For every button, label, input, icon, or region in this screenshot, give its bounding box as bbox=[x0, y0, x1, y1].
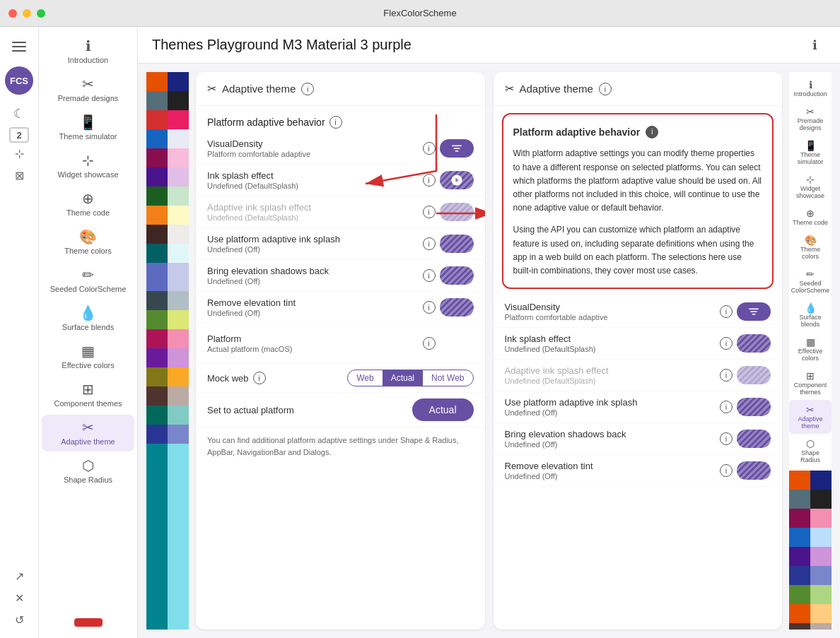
pin-button[interactable]: ✕ bbox=[11, 587, 28, 609]
apple-platform-icon bbox=[440, 329, 474, 358]
r-upai-toggle[interactable] bbox=[737, 398, 771, 416]
r-esb-info-button[interactable]: i bbox=[720, 432, 733, 445]
not-web-option[interactable]: Not Web bbox=[423, 370, 472, 386]
plat-sublabel: Actual platform (macOS) bbox=[207, 345, 292, 353]
mw-label: Mock web bbox=[207, 373, 249, 384]
r-effective-item[interactable]: ▦ Effective colors bbox=[789, 332, 832, 366]
info-popup-icon[interactable]: i bbox=[646, 126, 658, 138]
r-component-item[interactable]: ⊞ Component themes bbox=[789, 366, 832, 400]
left-panel-info-button[interactable]: i bbox=[301, 83, 314, 95]
sidebar-item-theme-code[interactable]: ⊕ Theme code bbox=[42, 186, 134, 223]
esb-sublabel: Undefined (Off) bbox=[207, 277, 329, 285]
r-ink-info-button[interactable]: i bbox=[720, 337, 733, 350]
r-widget-item[interactable]: ⊹ Widget showcase bbox=[789, 170, 832, 203]
r-ret-toggle[interactable] bbox=[737, 461, 771, 480]
aink-info-button[interactable]: i bbox=[423, 206, 436, 218]
ink-toggle[interactable] bbox=[440, 171, 474, 189]
vd-toggle[interactable] bbox=[440, 139, 474, 158]
sidebar: ℹ Introduction ✂ Premade designs 📱 Theme… bbox=[39, 27, 138, 638]
r-shape-item[interactable]: ⬡ Shape Radius bbox=[789, 434, 832, 468]
left-section-info-button[interactable]: i bbox=[329, 116, 342, 129]
r-vd-toggle[interactable] bbox=[737, 302, 771, 321]
code-icon: ⊕ bbox=[82, 191, 94, 206]
theme-mode-button[interactable]: 2 bbox=[9, 127, 29, 143]
close-button[interactable] bbox=[8, 9, 17, 18]
right-panel: ✂ Adaptive theme i Platform adaptive beh… bbox=[494, 72, 783, 630]
dark-mode-button[interactable]: ☾ bbox=[8, 100, 30, 127]
r-vd-sublabel: Platform comfortable adaptive bbox=[505, 313, 608, 321]
aink-toggle[interactable] bbox=[440, 203, 474, 221]
ret-toggle[interactable] bbox=[440, 298, 474, 317]
aink-label: Adaptive ink splash effect bbox=[207, 202, 311, 213]
vd-info-button[interactable]: i bbox=[423, 142, 436, 155]
upai-label: Use platform adaptive ink splash bbox=[207, 234, 340, 244]
sidebar-item-component[interactable]: ⊞ Component themes bbox=[42, 377, 134, 413]
r-ink-label: Ink splash effect bbox=[505, 333, 596, 344]
upai-info-button[interactable]: i bbox=[423, 237, 436, 250]
minimize-button[interactable] bbox=[23, 9, 31, 18]
r-ret-info-button[interactable]: i bbox=[720, 464, 733, 477]
r-introduction-item[interactable]: ℹ Introduction bbox=[791, 75, 829, 102]
sidebar-label-shape: Shape Radius bbox=[64, 475, 112, 484]
main-content: Themes Playground M3 Material 3 purple ℹ bbox=[138, 27, 840, 638]
grid-button[interactable]: ⊹ bbox=[11, 143, 28, 165]
r-aink-toggle[interactable] bbox=[737, 366, 771, 384]
global-info-button[interactable]: ℹ bbox=[803, 34, 826, 57]
sidebar-item-seeded[interactable]: ✏ Seeded ColorScheme bbox=[42, 262, 134, 299]
sidebar-item-shape[interactable]: ⬡ Shape Radius bbox=[42, 453, 134, 490]
ink-info-button[interactable]: i bbox=[423, 174, 436, 187]
sidebar-item-introduction[interactable]: ℹ Introduction bbox=[42, 33, 134, 70]
sidebar-label-effective: Effective colors bbox=[62, 361, 114, 370]
r-ink-toggle[interactable] bbox=[737, 334, 771, 353]
avatar[interactable]: FCS bbox=[5, 66, 33, 95]
r-premade-item[interactable]: ✂ Premade designs bbox=[789, 102, 832, 136]
reset-button[interactable]: ↺ bbox=[11, 609, 28, 631]
r-ink-splash-row: Ink splash effect Undefined (DefaultSpla… bbox=[494, 328, 783, 360]
elevation-tint-row: Remove elevation tint Undefined (Off) i bbox=[196, 292, 485, 324]
sidebar-item-surface[interactable]: 💧 Surface blends bbox=[42, 300, 134, 337]
plat-info-button[interactable]: i bbox=[423, 337, 436, 350]
svg-rect-1 bbox=[12, 46, 26, 47]
sidebar-item-adaptive[interactable]: ✂ Adaptive theme bbox=[42, 415, 134, 451]
ink-sublabel: Undefined (DefaultSplash) bbox=[207, 182, 298, 190]
r-seeded-item[interactable]: ✏ Seeded ColorScheme bbox=[789, 264, 832, 298]
r-upai-label: Use platform adaptive ink splash bbox=[505, 397, 638, 408]
left-panel-title: Adaptive theme bbox=[222, 83, 296, 95]
platform-row: Platform Actual platform (macOS) i bbox=[196, 324, 485, 364]
r-aink-label: Adaptive ink splash effect bbox=[505, 365, 609, 376]
web-option[interactable]: Web bbox=[348, 370, 382, 386]
panels-button[interactable]: ⊠ bbox=[11, 165, 28, 187]
sidebar-item-simulator[interactable]: 📱 Theme simulator bbox=[42, 110, 134, 146]
set-actual-button[interactable]: Actual bbox=[412, 398, 474, 421]
r-upai-info-button[interactable]: i bbox=[720, 401, 733, 413]
sidebar-item-colors[interactable]: 🎨 Theme colors bbox=[42, 224, 134, 261]
sidebar-label-seeded: Seeded ColorScheme bbox=[50, 285, 127, 293]
hamburger-button[interactable] bbox=[6, 34, 32, 59]
ret-info-button[interactable]: i bbox=[423, 301, 436, 314]
r-simulator-item[interactable]: 📱 Theme simulator bbox=[789, 136, 832, 170]
r-code-item[interactable]: ⊕ Theme code bbox=[790, 203, 831, 230]
right-panel-info-button[interactable]: i bbox=[599, 83, 612, 95]
r-surface-item[interactable]: 💧 Surface blends bbox=[789, 298, 832, 332]
expand-button[interactable]: ↗ bbox=[11, 565, 28, 587]
r-vd-info-button[interactable]: i bbox=[720, 305, 733, 318]
mw-info-button[interactable]: i bbox=[253, 372, 266, 384]
r-adaptive-item[interactable]: ✂ Adaptive theme bbox=[789, 400, 832, 434]
window-controls[interactable] bbox=[8, 9, 45, 18]
adaptive-ink-row: Adaptive ink splash effect Undefined (De… bbox=[196, 196, 485, 228]
esb-info-button[interactable]: i bbox=[423, 269, 436, 282]
sidebar-item-effective[interactable]: ▦ Effective colors bbox=[42, 338, 134, 375]
esb-toggle[interactable] bbox=[440, 266, 474, 285]
r-colors-item[interactable]: 🎨 Theme colors bbox=[789, 230, 832, 264]
mock-web-segment[interactable]: Web Actual Not Web bbox=[347, 370, 473, 386]
maximize-button[interactable] bbox=[37, 9, 45, 18]
r-aink-info-button[interactable]: i bbox=[720, 369, 733, 382]
sidebar-item-premade[interactable]: ✂ Premade designs bbox=[42, 71, 134, 108]
left-panel: ✂ Adaptive theme i Platform adaptive beh… bbox=[196, 72, 485, 630]
r-esb-toggle[interactable] bbox=[737, 430, 771, 448]
upai-toggle[interactable] bbox=[440, 235, 474, 253]
sidebar-label-premade: Premade designs bbox=[58, 94, 119, 102]
vd-label: VisualDensity bbox=[207, 138, 310, 149]
sidebar-item-widget[interactable]: ⊹ Widget showcase bbox=[42, 148, 134, 184]
actual-option[interactable]: Actual bbox=[383, 370, 423, 386]
